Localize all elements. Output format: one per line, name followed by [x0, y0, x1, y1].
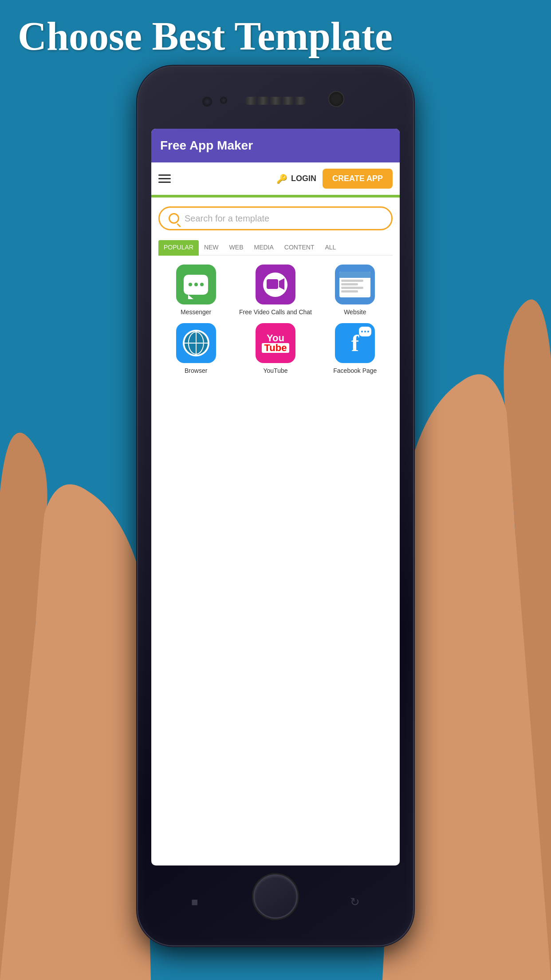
website-line-2	[341, 283, 358, 285]
youtube-you-text: You	[267, 333, 284, 343]
app-header: Free App Maker	[151, 129, 400, 162]
facebook-chat-bubble	[359, 327, 371, 336]
template-youtube[interactable]: You Tube YouTube	[238, 323, 313, 375]
website-line-3	[341, 287, 363, 289]
website-icon	[335, 265, 375, 304]
phone-screen: Free App Maker 🔑 LOGIN CREATE APP	[151, 129, 400, 865]
messenger-icon	[176, 265, 216, 304]
key-icon: 🔑	[276, 174, 287, 184]
tab-web[interactable]: WEB	[224, 240, 249, 256]
facebook-f-letter: f	[351, 330, 359, 356]
speaker-grill	[244, 97, 307, 105]
tab-content[interactable]: CONTENT	[279, 240, 320, 256]
video-bubble	[263, 273, 287, 297]
browser-label: Browser	[185, 367, 207, 375]
hamburger-line-2	[158, 178, 171, 179]
front-camera	[328, 91, 344, 107]
app-body: Search for a template POPULAR NEW WEB ME…	[151, 198, 400, 383]
website-label: Website	[344, 308, 366, 316]
template-facebook[interactable]: f Facebook Page	[318, 323, 393, 375]
template-website[interactable]: Website	[318, 265, 393, 316]
messenger-bubble	[184, 275, 208, 295]
messenger-dot-2	[194, 283, 198, 286]
toolbar-right-group: 🔑 LOGIN CREATE APP	[276, 169, 393, 189]
messenger-label: Messenger	[181, 308, 211, 316]
search-placeholder: Search for a template	[185, 213, 269, 224]
messenger-dot-3	[200, 283, 204, 286]
globe-inner	[185, 332, 208, 355]
category-tabs: POPULAR NEW WEB MEDIA CONTENT ALL	[158, 240, 393, 256]
phone-frame: ■ ↻ Free App Maker 🔑 LOGIN	[138, 67, 413, 945]
facebook-label: Facebook Page	[333, 367, 377, 375]
home-button[interactable]	[253, 874, 298, 919]
search-bar[interactable]: Search for a template	[158, 206, 393, 230]
tab-media[interactable]: MEDIA	[248, 240, 279, 256]
nav-button-right[interactable]: ↻	[350, 895, 360, 909]
page-title: Choose Best Template	[18, 13, 533, 59]
website-line-1	[341, 280, 363, 282]
nav-button-left[interactable]: ■	[191, 895, 198, 909]
app-toolbar: 🔑 LOGIN CREATE APP	[151, 162, 400, 195]
template-messenger[interactable]: Messenger	[158, 265, 233, 316]
browser-icon	[176, 323, 216, 363]
hamburger-line-3	[158, 182, 171, 183]
youtube-logo: You Tube	[262, 333, 290, 353]
sensor-left	[202, 97, 212, 107]
template-grid: Messenger Free Video Calls	[158, 265, 393, 375]
template-video-calls[interactable]: Free Video Calls and Chat	[238, 265, 313, 316]
globe-icon	[183, 330, 209, 356]
fb-dot-1	[361, 331, 363, 332]
website-header-bar	[339, 272, 370, 278]
hamburger-menu-button[interactable]	[158, 174, 171, 183]
website-content	[339, 278, 370, 294]
facebook-icon: f	[335, 323, 375, 363]
sensor-right	[220, 97, 227, 104]
facebook-dots	[361, 331, 369, 332]
login-button[interactable]: 🔑 LOGIN	[276, 174, 316, 184]
search-icon	[169, 213, 179, 224]
youtube-tube-text: Tube	[262, 343, 290, 353]
svg-marker-1	[279, 278, 284, 290]
template-browser[interactable]: Browser	[158, 323, 233, 375]
phone-container: ■ ↻ Free App Maker 🔑 LOGIN	[138, 67, 413, 945]
fb-dot-2	[364, 331, 366, 332]
youtube-label: YouTube	[263, 367, 287, 375]
website-line-4	[341, 290, 358, 292]
globe-arc	[188, 332, 204, 355]
website-mockup	[339, 272, 370, 297]
messenger-dot-1	[189, 283, 192, 286]
hand-left	[0, 314, 151, 980]
fb-dot-3	[367, 331, 369, 332]
hamburger-line-1	[158, 174, 171, 176]
svg-rect-0	[267, 279, 278, 289]
login-label: LOGIN	[291, 174, 316, 183]
video-calls-icon	[256, 265, 295, 304]
app-header-title: Free App Maker	[160, 138, 253, 153]
tab-all[interactable]: ALL	[320, 240, 342, 256]
tab-popular[interactable]: POPULAR	[158, 240, 199, 256]
tab-new[interactable]: NEW	[199, 240, 224, 256]
create-app-button[interactable]: CREATE APP	[323, 169, 393, 189]
video-calls-label: Free Video Calls and Chat	[239, 308, 312, 316]
youtube-icon: You Tube	[256, 323, 295, 363]
